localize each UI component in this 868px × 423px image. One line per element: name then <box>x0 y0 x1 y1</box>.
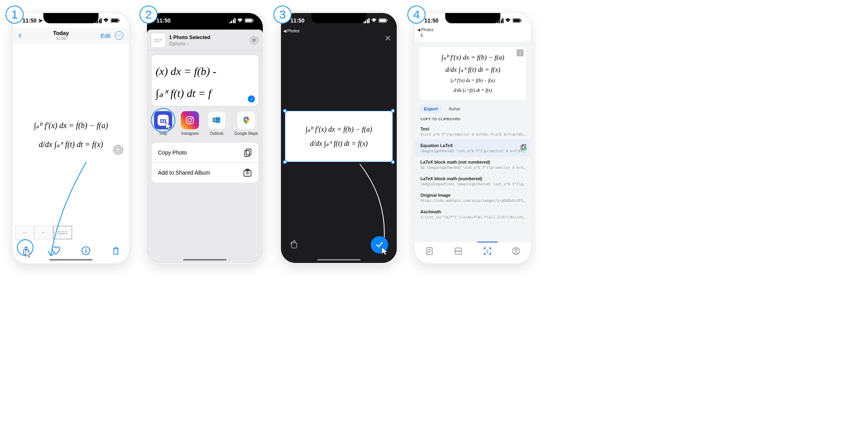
back-to-photos-button[interactable]: ◀ Photos <box>417 28 433 32</box>
share-preview[interactable]: (x) dx = f(b) - ∫ₐˣ f(t) dt = f ✓ <box>152 55 258 106</box>
tab-documents[interactable] <box>425 246 434 256</box>
share-actions-list: Copy Photo Add to Shared Album <box>152 143 258 183</box>
status-time: 11:50 <box>424 17 439 24</box>
rendered-line: d/dx ∫ₐˣ f(t) dt = f(x) <box>445 65 500 74</box>
status-time: 11:50 <box>290 17 305 24</box>
wifi-icon <box>505 18 511 23</box>
phone-4-snip-result: 11:50 ◀ Photos ‹ ⋮ ∫ₐᵇ f′(x) dx = f(b) −… <box>414 12 532 264</box>
share-app-instagram[interactable]: Instagram <box>181 111 199 136</box>
tab-pdf[interactable] <box>454 246 463 256</box>
app-label: Instagram <box>181 131 199 136</box>
crop-canvas[interactable]: ✕ ∫ₐᵇ f′(x) dx = f(b) − f(a) d/dx ∫ₐˣ f(… <box>281 28 397 263</box>
phone-2-share-sheet: 11:50 x)dx=f(b)∫f(t)dt=f 1 Photo Selecte… <box>146 12 264 264</box>
phone-3-crop-view: 11:50 ◀ Photos ✕ ∫ₐᵇ f′(x) dx = f(b) − f… <box>280 12 398 264</box>
add-to-shared-album-action[interactable]: Add to Shared Album <box>152 163 258 183</box>
notch <box>43 13 99 23</box>
nav-bar: ‹ Today11:50 Edit ⋯ <box>13 28 129 44</box>
share-options-button[interactable]: Options › <box>169 41 246 47</box>
share-app-google-maps[interactable]: Google Maps <box>234 111 258 136</box>
share-thumbnail[interactable]: x)dx=f(b)∫f(t)dt=f <box>151 33 166 48</box>
back-button[interactable]: ‹ <box>19 30 21 41</box>
outlook-app-icon[interactable] <box>208 111 226 129</box>
export-row-block-numbered[interactable]: LaTeX block math (numbered) \begin{equat… <box>415 173 531 190</box>
close-button[interactable]: ✕ <box>249 35 259 45</box>
export-row-original-image[interactable]: Original Image https://cdn.mathpix.com/s… <box>415 190 531 206</box>
info-button[interactable] <box>82 246 90 255</box>
favorite-button[interactable] <box>52 246 60 255</box>
tab-scan[interactable] <box>483 246 492 256</box>
export-row-block-not-numbered[interactable]: LaTeX block math (not numbered) $$ \begi… <box>415 157 531 173</box>
rotate-button[interactable] <box>290 240 299 250</box>
export-row-equation-latex[interactable]: Equation LaTeX \begin{gathered} \int_a^b… <box>415 140 531 157</box>
status-time: 11:50 <box>156 17 171 24</box>
step-badge-1: 1 <box>6 6 24 24</box>
edit-button[interactable]: Edit <box>100 32 111 39</box>
share-app-row[interactable]: m Snip Instagram Outlook <box>152 106 258 140</box>
app-label: Outlook <box>210 131 223 136</box>
photo-viewer[interactable]: ∫ₐᵇ f′(x) dx = f(b) − f(a) d/dx ∫ₐˣ f(t)… <box>13 44 129 226</box>
google-maps-app-icon[interactable] <box>237 111 255 129</box>
copy-success-icon <box>520 144 527 150</box>
phone-1-photos-detail: 11:50 ➤ ‹ Today11:50 Edit ⋯ ∫ₐᵇ f′(x) dx… <box>12 12 130 264</box>
crop-handle-br[interactable] <box>391 160 395 164</box>
instagram-app-icon[interactable] <box>181 111 199 129</box>
export-row-text[interactable]: Text $\int_a^b f^{\prime}(x) d x=f(b)-f(… <box>415 123 531 140</box>
delete-button[interactable] <box>112 246 120 255</box>
crop-handle-tr[interactable] <box>391 109 395 113</box>
tab-export[interactable]: Export <box>420 104 442 113</box>
tab-profile[interactable] <box>511 246 521 256</box>
svg-point-26 <box>524 147 527 150</box>
copy-photo-action[interactable]: Copy Photo <box>152 143 258 163</box>
export-row-asciimath[interactable]: Asciimath {:[int_(a)^(b)f^(')(x)dx=f(b)-… <box>415 206 531 223</box>
step-badge-3: 3 <box>273 6 292 24</box>
app-label: Google Maps <box>234 131 258 136</box>
crop-selection[interactable]: ∫ₐᵇ f′(x) dx = f(b) − f(a) d/dx ∫ₐˣ f(t)… <box>285 111 393 162</box>
notch <box>445 13 500 23</box>
crop-toolbar <box>281 236 397 253</box>
tab-solve[interactable]: Solve <box>444 104 465 113</box>
live-text-icon[interactable] <box>113 145 123 155</box>
result-tabs: Export Solve <box>415 104 531 113</box>
share-sheet-header: x)dx=f(b)∫f(t)dt=f 1 Photo Selected Opti… <box>147 30 263 50</box>
section-header: COPY TO CLIPBOARD <box>415 113 531 123</box>
crop-handle-tl[interactable] <box>283 109 287 113</box>
back-to-photos-button[interactable]: ◀ Photos <box>283 29 299 33</box>
battery-icon <box>379 18 388 23</box>
rendered-equation-card[interactable]: ⋮ ∫ₐᵇ f′(x) dx = f(b) − f(a) d/dx ∫ₐˣ f(… <box>420 47 526 100</box>
confirm-crop-button[interactable] <box>371 236 388 253</box>
share-app-snip[interactable]: m Snip <box>154 111 172 136</box>
battery-icon <box>111 18 120 23</box>
share-title: 1 Photo Selected <box>169 34 246 40</box>
home-indicator[interactable] <box>317 259 361 261</box>
home-indicator[interactable] <box>183 259 227 261</box>
share-app-outlook[interactable]: Outlook <box>208 111 226 136</box>
battery-icon <box>245 18 254 23</box>
step-badge-2: 2 <box>139 6 158 24</box>
battery-icon <box>513 18 522 23</box>
home-indicator[interactable] <box>49 259 93 261</box>
snip-app-icon[interactable]: m <box>154 111 172 129</box>
thumbnail-selected[interactable]: ∫f′dx=f(b)−f(a)d/dx∫f(t)dt=f(x) <box>53 226 72 239</box>
step-badge-4: 4 <box>407 6 426 24</box>
thumbnail[interactable]: Σxᵢ= <box>34 226 53 239</box>
notch <box>177 13 232 23</box>
cursor-icon <box>25 249 32 257</box>
close-button[interactable]: ✕ <box>385 34 391 43</box>
thumbnail-strip[interactable]: ∫f dx Σxᵢ= ∫f′dx=f(b)−f(a)d/dx∫f(t)dt=f(… <box>13 226 129 239</box>
notch <box>311 13 366 23</box>
more-button[interactable]: ⋯ <box>115 31 123 40</box>
card-menu-button[interactable]: ⋮ <box>517 49 524 56</box>
export-format-list[interactable]: Text $\int_a^b f^{\prime}(x) d x=f(b)-f(… <box>415 123 531 241</box>
rendered-line-small: ∫ₐᵇ f′(x) dx = f(b) − f(a) <box>451 78 495 84</box>
chevron-right-icon: › <box>187 41 188 47</box>
photo-content-math: ∫ₐᵇ f′(x) dx = f(b) − f(a) d/dx ∫ₐˣ f(t)… <box>21 116 121 154</box>
status-time: 11:50 ➤ <box>22 17 43 24</box>
cursor-icon <box>381 246 388 255</box>
wifi-icon <box>103 18 109 23</box>
selected-check-icon[interactable]: ✓ <box>248 95 255 102</box>
location-icon: ➤ <box>38 17 43 24</box>
thumbnail[interactable]: ∫f dx <box>15 226 34 239</box>
copy-icon <box>244 148 252 157</box>
wifi-icon <box>371 18 377 23</box>
crop-handle-bl[interactable] <box>283 160 287 164</box>
